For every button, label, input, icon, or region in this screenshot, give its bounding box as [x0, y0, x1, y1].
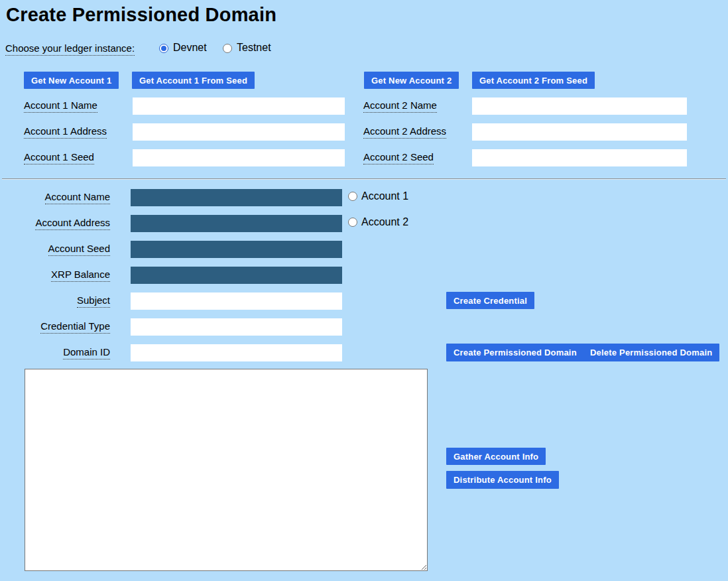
- testnet-radio[interactable]: [223, 44, 232, 53]
- account-address-field: [131, 215, 342, 232]
- page-title: Create Permissioned Domain: [6, 4, 276, 26]
- credential-type-input[interactable]: [131, 318, 342, 336]
- account2-name-input[interactable]: [472, 97, 687, 115]
- account2-select-radio[interactable]: [348, 218, 357, 227]
- section-divider: [2, 178, 726, 180]
- account1-address-input[interactable]: [133, 123, 345, 141]
- domain-id-label: Domain ID: [0, 344, 110, 361]
- get-account1-from-seed-button[interactable]: Get Account 1 From Seed: [132, 72, 255, 89]
- create-credential-button[interactable]: Create Credential: [446, 292, 534, 309]
- account2-name-label: Account 2 Name: [363, 97, 437, 115]
- account-address-label: Account Address: [0, 215, 110, 232]
- account-name-field: [131, 189, 342, 206]
- account2-address-label: Account 2 Address: [363, 123, 446, 141]
- gather-account-info-button[interactable]: Gather Account Info: [446, 448, 546, 465]
- account2-seed-input[interactable]: [472, 149, 687, 166]
- create-permissioned-domain-button[interactable]: Create Permissioned Domain: [446, 344, 584, 361]
- account1-address-label: Account 1 Address: [24, 123, 107, 141]
- xrp-balance-label: XRP Balance: [0, 267, 110, 284]
- account2-select-label: Account 2: [361, 216, 408, 228]
- account2-seed-label: Account 2 Seed: [363, 149, 434, 166]
- account2-address-input[interactable]: [472, 123, 687, 141]
- get-new-account2-button[interactable]: Get New Account 2: [364, 72, 459, 89]
- distribute-account-info-button[interactable]: Distribute Account Info: [446, 471, 559, 489]
- account-seed-field: [131, 241, 342, 258]
- account1-select-label: Account 1: [361, 190, 408, 202]
- credential-type-label: Credential Type: [0, 318, 110, 336]
- devnet-radio-label: Devnet: [173, 42, 207, 54]
- account-name-label: Account Name: [0, 189, 110, 206]
- account1-name-label: Account 1 Name: [24, 97, 97, 115]
- xrp-balance-field: [131, 267, 342, 284]
- get-new-account1-button[interactable]: Get New Account 1: [24, 72, 119, 89]
- account1-select-radio[interactable]: [348, 192, 357, 201]
- testnet-radio-label: Testnet: [237, 42, 271, 54]
- devnet-radio[interactable]: [159, 44, 168, 53]
- account1-seed-input[interactable]: [133, 149, 345, 166]
- results-textarea[interactable]: [25, 369, 428, 571]
- get-account2-from-seed-button[interactable]: Get Account 2 From Seed: [472, 72, 595, 89]
- ledger-instance-label: Choose your ledger instance:: [5, 42, 135, 54]
- account1-name-input[interactable]: [133, 97, 345, 115]
- account-seed-label: Account Seed: [0, 241, 110, 258]
- subject-input[interactable]: [131, 292, 342, 310]
- create-permissioned-domain-page: Create Permissioned Domain Choose your l…: [0, 0, 728, 581]
- domain-id-input[interactable]: [131, 344, 342, 361]
- delete-permissioned-domain-button[interactable]: Delete Permissioned Domain: [583, 344, 719, 361]
- account1-seed-label: Account 1 Seed: [24, 149, 94, 166]
- subject-label: Subject: [0, 292, 110, 310]
